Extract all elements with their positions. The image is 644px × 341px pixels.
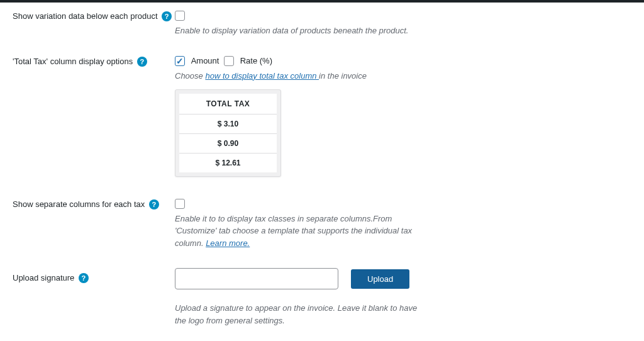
help-icon[interactable]: ?	[149, 199, 159, 210]
setting-row-separate-columns: Show separate columns for each tax ? Ena…	[13, 198, 631, 249]
amount-checkbox[interactable]: ✓	[175, 56, 185, 66]
variation-data-desc: Enable to display variation data of prod…	[175, 25, 631, 37]
signature-desc: Upload a signature to appear on the invo…	[175, 302, 426, 327]
help-icon[interactable]: ?	[137, 57, 147, 67]
separate-columns-desc: Enable it to to display tax classes in s…	[175, 213, 426, 250]
setting-row-total-tax: 'Total Tax' column display options ? ✓ A…	[13, 55, 631, 177]
help-icon[interactable]: ?	[162, 11, 172, 21]
table-row: $ 0.90	[179, 134, 277, 154]
rate-checkbox[interactable]	[224, 56, 234, 66]
help-icon[interactable]: ?	[79, 273, 89, 283]
table-row: $ 12.61	[179, 154, 277, 173]
total-tax-desc-suffix: in the invoice	[319, 71, 367, 81]
rate-checkbox-label: Rate (%)	[240, 56, 272, 65]
table-row: $ 3.10	[179, 115, 277, 134]
total-tax-desc-link[interactable]: how to display total tax column	[205, 71, 319, 81]
learn-more-link[interactable]: Learn more.	[206, 238, 250, 248]
preview-cell: $ 0.90	[179, 134, 277, 154]
separate-columns-checkbox[interactable]	[175, 199, 185, 209]
total-tax-label: 'Total Tax' column display options	[13, 57, 133, 66]
setting-row-variation-data: Show variation data below each product ?…	[13, 10, 631, 36]
preview-header: TOTAL TAX	[179, 94, 277, 115]
separate-columns-label: Show separate columns for each tax	[13, 199, 145, 209]
preview-cell: $ 12.61	[179, 154, 277, 173]
signature-input[interactable]	[175, 268, 338, 289]
check-icon: ✓	[176, 57, 184, 65]
variation-data-label: Show variation data below each product	[13, 11, 158, 21]
variation-data-checkbox[interactable]	[175, 11, 185, 21]
setting-row-upload-signature: Upload signature ? Upload Upload a signa…	[13, 268, 631, 327]
total-tax-preview: TOTAL TAX $ 3.10 $ 0.90 $ 12.61	[175, 89, 281, 177]
amount-checkbox-label: Amount	[191, 56, 219, 65]
preview-cell: $ 3.10	[179, 115, 277, 134]
upload-signature-button[interactable]: Upload	[351, 269, 409, 289]
total-tax-desc-prefix: Choose	[175, 71, 205, 81]
total-tax-desc: Choose how to display total tax column i…	[175, 70, 631, 82]
upload-signature-label: Upload signature	[13, 273, 74, 282]
